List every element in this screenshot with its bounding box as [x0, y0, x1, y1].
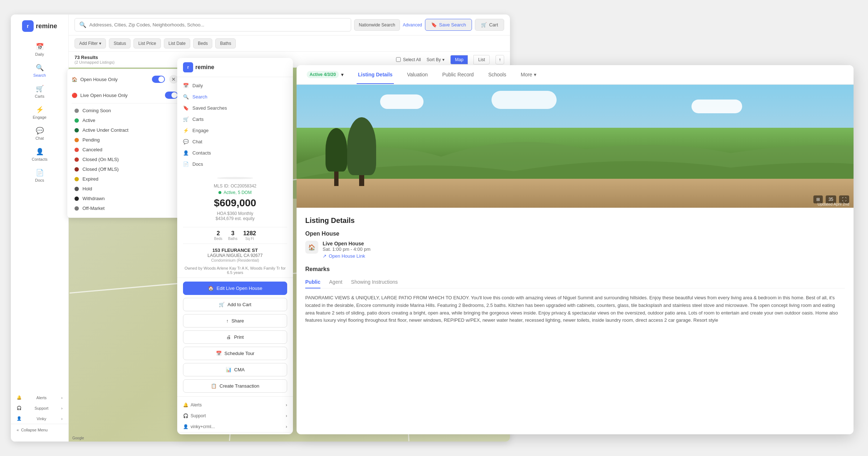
cart-icon: 🛒 — [481, 22, 487, 28]
prop-nav-contacts[interactable]: 👤 Contacts — [177, 147, 293, 159]
sort-wrap[interactable]: Sort By ▾ — [427, 57, 444, 62]
save-search-button[interactable]: 🔖 Save Search — [425, 19, 472, 31]
detail-tab-active-status[interactable]: Active 4/3/20 ▾ — [305, 65, 345, 84]
filter-beds[interactable]: Beds — [193, 38, 212, 48]
status-pending[interactable]: Pending — [72, 135, 178, 145]
prop-stat-baths: 3 Baths — [228, 230, 238, 241]
prop-bottom-alerts[interactable]: 🔔Alerts › — [177, 400, 293, 410]
remarks-tab-public[interactable]: Public — [305, 276, 320, 288]
filter-status[interactable]: Status — [109, 38, 131, 48]
coming-soon-label: Coming Soon — [82, 108, 111, 113]
filter-list-date[interactable]: List Date — [164, 38, 190, 48]
sidebar-item-docs[interactable]: 📄 Docs — [11, 165, 68, 186]
create-transaction-icon: 📋 — [211, 383, 217, 389]
close-dropdown-button[interactable]: ✕ — [169, 75, 178, 84]
status-closed-off-mls[interactable]: Closed (Off MLS) — [72, 164, 178, 174]
prop-nav-carts[interactable]: 🛒 Carts — [177, 114, 293, 125]
remarks-tab-agent[interactable]: Agent — [329, 276, 342, 288]
expand-btn[interactable]: ↑ — [495, 55, 504, 64]
search-input[interactable] — [89, 22, 346, 28]
detail-tab-schools[interactable]: Schools — [487, 66, 508, 84]
remarks-tab-showing[interactable]: Showing Instructions — [351, 276, 398, 288]
search-header: 🔍 Nationwide Search Advanced 🔖 Save Sear… — [69, 14, 510, 35]
detail-tab-listing[interactable]: Listing Details — [357, 66, 394, 84]
filter-list-price[interactable]: List Price — [133, 38, 161, 48]
tree-left — [326, 128, 347, 186]
create-transaction-button[interactable]: 📋 Create Transaction — [183, 379, 287, 393]
external-link-icon: ↗ — [323, 253, 327, 259]
prop-bottom-support[interactable]: 🎧Support › — [177, 410, 293, 421]
prop-equity: $434,679 est. equity — [183, 216, 287, 221]
status-active-under-contract[interactable]: Active Under Contract — [72, 125, 178, 135]
prop-actions: 🏠 Edit Live Open House 🛒 Add to Cart ↑ S… — [177, 278, 293, 396]
sidebar-item-contacts[interactable]: 👤 Contacts — [11, 144, 68, 165]
status-expired[interactable]: Expired — [72, 174, 178, 184]
edit-open-house-icon: 🏠 — [208, 286, 214, 291]
open-house-link-text: Open House Link — [329, 253, 365, 259]
sidebar-item-alerts[interactable]: 🔔Alerts› — [11, 392, 68, 403]
add-to-cart-button[interactable]: 🛒 Add to Cart — [183, 298, 287, 311]
sidebar-item-search[interactable]: 🔍 Search — [11, 60, 68, 81]
status-canceled[interactable]: Canceled — [72, 145, 178, 155]
sidebar-item-carts[interactable]: 🛒 Carts — [11, 81, 68, 102]
sidebar-item-daily[interactable]: 📅 Daily — [11, 39, 68, 60]
print-button[interactable]: 🖨 Print — [183, 330, 287, 344]
share-button[interactable]: ↑ Share — [183, 314, 287, 328]
open-house-section-title: Open House — [305, 231, 845, 237]
prop-nav-search[interactable]: 🔍 Search — [177, 91, 293, 102]
bookmark-icon: 🔖 — [431, 22, 437, 28]
status-withdrawn[interactable]: Withdrawn — [72, 194, 178, 203]
cart-header-button[interactable]: 🛒 Cart — [475, 19, 504, 31]
prop-sqft-label: Sq Ft — [245, 237, 254, 241]
select-all-checkbox[interactable] — [396, 57, 401, 62]
detail-tab-public-record[interactable]: Public Record — [441, 66, 475, 84]
status-off-market[interactable]: Off-Market — [72, 203, 178, 213]
prop-price: $609,000 — [183, 197, 287, 209]
schedule-tour-button[interactable]: 📅 Schedule Tour — [183, 347, 287, 360]
create-transaction-label: Create Transaction — [220, 383, 259, 389]
print-label: Print — [234, 334, 244, 340]
status-closed-on-mls[interactable]: Closed (On MLS) — [72, 155, 178, 164]
nationwide-search-button[interactable]: Nationwide Search — [354, 19, 400, 31]
open-house-toggle[interactable] — [152, 76, 165, 83]
status-hold[interactable]: Hold — [72, 184, 178, 194]
prop-nav-engage-icon: ⚡ — [183, 128, 189, 133]
cart-label: Cart — [489, 22, 498, 28]
map-view-btn[interactable]: Map — [450, 55, 468, 64]
add-to-cart-icon: 🛒 — [219, 302, 225, 307]
sidebar-item-user[interactable]: 👤Vinky› — [11, 413, 68, 424]
hold-dot — [75, 187, 79, 191]
prop-collapse-button[interactable]: « Collapse Menu — [177, 432, 293, 434]
status-dropdown: 🏠 Open House Only ✕ 🔴 Live Open House On… — [67, 69, 183, 218]
filter-baths[interactable]: Baths — [215, 38, 236, 48]
sidebar-item-chat[interactable]: 💬 Chat — [11, 123, 68, 144]
collapse-menu-button[interactable]: « Collapse Menu — [11, 424, 68, 436]
select-all-label: Select All — [403, 57, 421, 62]
advanced-button[interactable]: Advanced — [403, 22, 422, 28]
prop-bottom-user[interactable]: 👤vinky+crml... › — [177, 421, 293, 432]
sidebar-item-support[interactable]: 🎧Support› — [11, 403, 68, 413]
list-view-btn[interactable]: List — [473, 55, 490, 64]
share-label: Share — [231, 318, 244, 324]
cma-button[interactable]: 📊 CMA — [183, 363, 287, 376]
status-active[interactable]: Active — [72, 115, 178, 125]
open-house-link[interactable]: ↗ Open House Link — [323, 253, 370, 259]
detail-tab-valuation[interactable]: Valuation — [405, 66, 429, 84]
prop-nav-saved-searches[interactable]: 🔖 Saved Searches — [177, 102, 293, 114]
sidebar-item-engage[interactable]: ⚡ Engage — [11, 102, 68, 123]
prop-nav-docs[interactable]: 📄 Docs — [177, 159, 293, 170]
prop-nav-engage[interactable]: ⚡ Engage — [177, 125, 293, 136]
add-filter-button[interactable]: Add Filter ▾ — [75, 38, 106, 48]
prop-nav-chat[interactable]: 💬 Chat — [177, 136, 293, 147]
status-coming-soon[interactable]: Coming Soon — [72, 106, 178, 115]
edit-open-house-button[interactable]: 🏠 Edit Live Open House — [183, 282, 287, 295]
dropdown-divider — [72, 103, 178, 104]
closed-off-mls-label: Closed (Off MLS) — [82, 166, 119, 172]
sidebar-bottom: 🔔Alerts› 🎧Support› 👤Vinky› « Collapse Me… — [11, 392, 68, 436]
prop-nav-daily[interactable]: 📅 Daily — [177, 80, 293, 91]
detail-tab-more[interactable]: More ▾ — [519, 66, 538, 84]
prop-nav-chat-icon: 💬 — [183, 139, 189, 144]
sidebar-logo: r remine — [16, 20, 63, 32]
canceled-label: Canceled — [82, 147, 102, 152]
live-open-house-toggle[interactable] — [165, 92, 178, 99]
